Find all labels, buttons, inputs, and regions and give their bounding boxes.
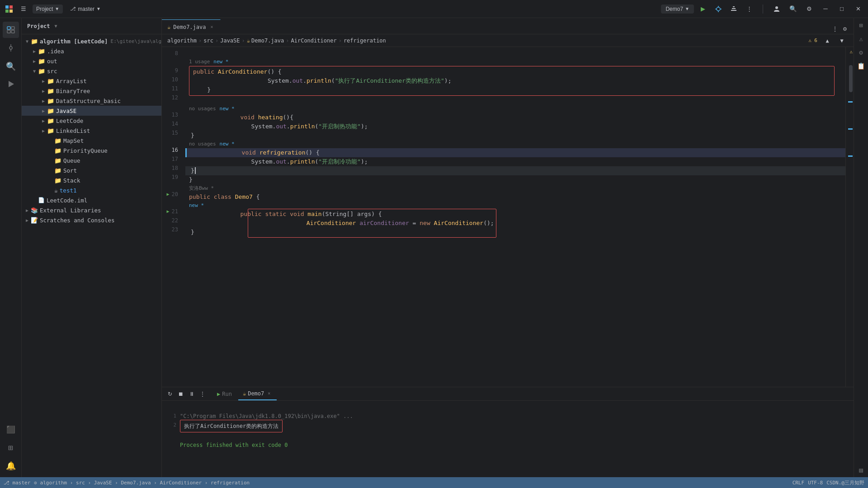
tab-settings-button[interactable]: ⚙ <box>840 24 850 34</box>
editor-tab-demo7[interactable]: ☕ Demo7.java × <box>162 19 221 34</box>
tree-item-leetcode[interactable]: ▶ 📁 LeetCode <box>22 116 161 126</box>
suspend-button[interactable]: ⏸ <box>187 389 196 399</box>
project-view-icon[interactable] <box>3 22 19 38</box>
folder-icon: 📁 <box>47 78 54 84</box>
tab-close-button[interactable]: × <box>208 24 215 30</box>
bottom-more-button[interactable]: ⋮ <box>198 389 207 399</box>
minimize-button[interactable]: ─ <box>819 3 832 15</box>
tree-item-out[interactable]: ▶ 📁 out <box>22 56 161 66</box>
maximize-button[interactable]: □ <box>835 3 848 15</box>
code-editor[interactable]: 8 9 10 11 12 13 14 15 16 17 18 <box>162 47 845 387</box>
tree-arrow-leetcode: ▶ <box>40 117 47 124</box>
tree-arrow-arraylist: ▶ <box>40 77 47 84</box>
run-tab[interactable]: ▶ Run <box>212 388 236 400</box>
bottom-left-controls: ↻ ⏹ ⏸ ⋮ <box>165 389 207 399</box>
run-line-20-button[interactable]: ▶ <box>165 191 172 198</box>
folder-icon: 📁 <box>54 177 61 184</box>
more-options-button[interactable]: ⋮ <box>743 3 755 15</box>
run-button[interactable]: ▶ <box>697 3 709 15</box>
plugins-icon[interactable]: ⬛ <box>3 421 19 437</box>
breadcrumb-demo7[interactable]: ☕Demo7.java <box>247 38 284 44</box>
breadcrumb-refrigeration[interactable]: refrigeration <box>344 38 386 44</box>
svg-rect-13 <box>7 27 10 29</box>
tree-item-root[interactable]: ▼ 📁 algorithm [LeetCode] E:\gitee\java\a… <box>22 36 161 46</box>
warning-expand-button[interactable]: ▲ <box>821 34 834 47</box>
tree-item-src[interactable]: ▼ 📁 src <box>22 66 161 76</box>
breadcrumb-javase[interactable]: JavaSE <box>220 38 240 44</box>
usage-hint-spacer-4 <box>162 182 182 190</box>
stop-button[interactable]: ⏹ <box>176 389 185 399</box>
status-crlf[interactable]: CRLF <box>793 480 805 486</box>
line-num-10: 10 <box>162 75 182 84</box>
layout-icon[interactable]: ▤ <box>856 465 867 475</box>
close-window-button[interactable]: ✕ <box>852 3 864 15</box>
tree-item-datastructure[interactable]: ▶ 📁 DataStructure_basic <box>22 96 161 106</box>
line-num-12: 12 <box>162 93 182 102</box>
breadcrumb-src[interactable]: src <box>203 38 213 44</box>
tree-item-mapset[interactable]: 📁 MapSet <box>22 136 161 145</box>
folder-icon: 📁 <box>54 157 61 164</box>
svg-rect-2 <box>5 9 9 13</box>
demo7-tab[interactable]: ☕ Demo7 × <box>238 388 277 400</box>
search-everywhere-button[interactable]: 🔍 <box>787 3 799 15</box>
tree-item-scratches[interactable]: ▶ 📝 Scratches and Consoles <box>22 215 161 225</box>
usage-hint-spacer-3 <box>162 137 182 145</box>
user-profile-button[interactable] <box>770 3 783 15</box>
tree-arrow-out: ▶ <box>31 57 38 65</box>
tab-more-button[interactable]: ⋮ <box>830 24 840 34</box>
code-line-14: System.out.println("开启制热功能"); <box>185 122 845 131</box>
tree-item-stack[interactable]: 📁 Stack <box>22 175 161 185</box>
tree-item-binarytree[interactable]: ▶ 📁 BinaryTree <box>22 86 161 96</box>
terminal-icon[interactable]: ⊞ <box>3 439 19 455</box>
services-icon[interactable]: ⚙ <box>856 47 867 58</box>
event-log-icon[interactable]: 📋 <box>856 61 867 71</box>
tree-item-arraylist[interactable]: ▶ 📁 ArrayList <box>22 76 161 86</box>
project-dropdown-button[interactable]: Project ▼ <box>33 5 63 14</box>
problems-icon[interactable]: ⚠ <box>856 33 867 44</box>
tree-item-test1[interactable]: ☕ test1 <box>22 185 161 195</box>
folder-icon: 📁 <box>38 48 45 55</box>
tab-bar: ☕ Demo7.java × ⋮ ⚙ <box>162 18 854 34</box>
rerun-button[interactable]: ↻ <box>165 389 175 399</box>
search-icon[interactable]: 🔍 <box>3 58 19 74</box>
run-config-button[interactable]: Demo7 ▼ <box>661 5 694 14</box>
status-encoding[interactable]: UTF-8 <box>808 480 823 486</box>
notifications-icon[interactable]: 🔔 <box>3 457 19 474</box>
tree-item-idea[interactable]: ▶ 📁 .idea <box>22 46 161 56</box>
tree-item-leetcode-iml[interactable]: 📄 LeetCode.iml <box>22 195 161 205</box>
debug-button[interactable] <box>712 3 725 15</box>
demo7-tab-close-button[interactable]: × <box>266 390 272 397</box>
tree-item-queue[interactable]: 📁 Queue <box>22 155 161 165</box>
scrollbar-thumb[interactable] <box>849 65 853 92</box>
warning-collapse-button[interactable]: ▼ <box>835 34 848 47</box>
code-line-22: AirConditioner airConditioner = new AirC… <box>185 219 845 228</box>
tree-item-linkedlist[interactable]: ▶ 📁 LinkedList <box>22 126 161 136</box>
breadcrumb-airconditioner[interactable]: AirConditioner <box>291 38 337 44</box>
status-breadcrumb[interactable]: ⊙ algorithm › src › JavaSE › Demo7.java … <box>34 480 250 486</box>
code-line-19: } <box>185 175 845 184</box>
scratch-icon: 📝 <box>31 217 38 224</box>
commit-icon[interactable] <box>3 40 19 56</box>
tree-item-javase[interactable]: ▶ 📁 JavaSE <box>22 106 161 116</box>
breadcrumb-algorithm[interactable]: algorithm <box>167 38 197 44</box>
code-line-8 <box>185 49 845 58</box>
folder-icon: 📁 <box>47 127 54 134</box>
folder-icon: 📁 <box>47 98 54 104</box>
status-branch[interactable]: ⎇ master <box>4 480 30 486</box>
build-button[interactable] <box>727 3 740 15</box>
folder-icon: 📁 <box>47 117 54 124</box>
settings-button[interactable]: ⚙ <box>803 3 816 15</box>
branch-button[interactable]: ⎇ master ▼ <box>66 5 104 14</box>
run-line-21-button[interactable]: ▶ <box>165 208 172 215</box>
tree-item-sort[interactable]: 📁 Sort <box>22 165 161 175</box>
run-debug-icon[interactable] <box>3 76 19 92</box>
console-line-exit: Process finished with exit code 0 <box>180 441 854 450</box>
tree-item-external-libraries[interactable]: ▶ 📚 External Libraries <box>22 205 161 215</box>
tree-arrow-priorityqueue <box>47 147 54 154</box>
hamburger-menu-icon[interactable]: ☰ <box>18 4 29 14</box>
tree-item-priorityqueue[interactable]: 📁 PriorityQueue <box>22 145 161 155</box>
svg-rect-9 <box>731 10 736 11</box>
terminal-right-icon[interactable]: ⊞ <box>856 20 867 31</box>
status-watermark: CSDN.@三月知野 <box>826 479 864 486</box>
svg-rect-1 <box>9 5 13 9</box>
